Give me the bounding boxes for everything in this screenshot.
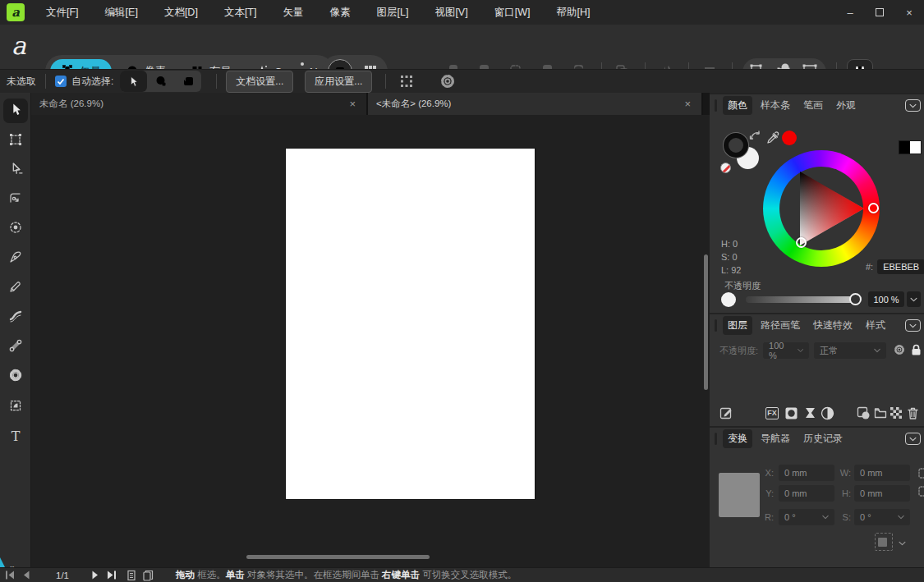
text-tool[interactable]: T <box>3 424 28 448</box>
layer-opacity-dropdown[interactable]: 100 % <box>763 342 809 359</box>
pencil-tool[interactable] <box>3 275 28 300</box>
opacity-slider[interactable] <box>746 296 856 303</box>
edit-all-layers-icon[interactable] <box>718 405 734 421</box>
first-page-icon[interactable] <box>2 569 18 582</box>
pen-tool[interactable] <box>3 245 28 270</box>
anchor-selector[interactable] <box>721 475 757 515</box>
tab-quick-fx[interactable]: 快速特效 <box>808 316 857 335</box>
no-color-swatch[interactable] <box>720 163 731 173</box>
opacity-slider-knob[interactable] <box>849 293 862 305</box>
swap-colors-icon[interactable] <box>749 131 762 144</box>
menu-vector[interactable]: 矢量 <box>279 4 306 21</box>
eyedropper-icon[interactable] <box>765 131 780 148</box>
move-tool[interactable] <box>3 99 28 123</box>
artboard-tool[interactable] <box>3 128 28 153</box>
tab-layers[interactable]: 图层 <box>723 316 752 335</box>
saturation-triangle[interactable] <box>763 150 880 267</box>
mask-layer-icon[interactable] <box>783 405 799 421</box>
lock-icon[interactable] <box>911 344 922 358</box>
transform-origin-chevron-icon[interactable] <box>899 537 906 548</box>
opacity-value-dropdown[interactable]: 100 % <box>868 291 904 307</box>
select-ellipse-mode-icon[interactable] <box>147 71 174 92</box>
w-input[interactable]: 0 mm <box>854 465 910 481</box>
tab-navigator[interactable]: 导航器 <box>756 429 795 448</box>
transform-origin-icon[interactable] <box>875 533 893 551</box>
rotation-dropdown[interactable]: 0 ° <box>779 509 834 525</box>
hex-input[interactable]: EBEBEB <box>877 259 924 274</box>
canvas-viewport[interactable] <box>31 115 710 567</box>
menu-pixel[interactable]: 像素 <box>326 4 353 21</box>
hue-selector[interactable] <box>868 203 879 213</box>
menu-file[interactable]: 文件[F] <box>43 4 82 21</box>
tab-color[interactable]: 颜色 <box>723 96 752 115</box>
single-page-view-icon[interactable] <box>123 569 140 582</box>
panel-options-chevron-icon[interactable] <box>905 433 921 445</box>
node-tool[interactable] <box>3 158 28 182</box>
document-tab-2[interactable]: <未命名> (26.9%) × <box>368 93 703 115</box>
layer-effects-icon[interactable]: FX <box>764 405 780 421</box>
close-tab-icon[interactable]: × <box>682 98 693 110</box>
minimize-button[interactable]: – <box>835 0 865 25</box>
vector-brush-tool[interactable] <box>3 305 28 329</box>
menu-document[interactable]: 文档[D] <box>161 4 201 21</box>
fill-color-swatch[interactable] <box>724 133 748 158</box>
picked-color-swatch[interactable] <box>782 131 797 145</box>
shear-dropdown[interactable]: 0 ° <box>854 509 910 525</box>
y-input[interactable]: 0 mm <box>779 485 834 502</box>
adjustment-layer-icon[interactable] <box>802 405 818 421</box>
shape-cog-tool[interactable] <box>3 364 28 388</box>
margins-grid-icon[interactable] <box>395 70 418 93</box>
default-colors-swatch[interactable] <box>899 140 922 154</box>
select-rect-mode-icon[interactable] <box>174 71 201 92</box>
select-cursor-mode-icon[interactable] <box>120 71 147 92</box>
color-wheel[interactable] <box>763 150 880 267</box>
next-page-icon[interactable] <box>87 569 103 582</box>
fill-gradient-tool[interactable] <box>3 334 28 359</box>
close-button[interactable]: × <box>894 0 924 25</box>
vector-crop-tool[interactable] <box>3 394 28 419</box>
x-input[interactable]: 0 mm <box>779 465 834 481</box>
delete-layer-icon[interactable] <box>904 405 921 421</box>
tab-appearance[interactable]: 外观 <box>831 96 861 115</box>
new-group-icon[interactable] <box>872 405 889 421</box>
new-layer-icon[interactable] <box>855 405 871 421</box>
panel-options-chevron-icon[interactable] <box>905 99 921 112</box>
panel-drag-handle[interactable] <box>715 319 717 332</box>
horizontal-scrollbar[interactable] <box>246 555 430 559</box>
menu-view[interactable]: 视图[V] <box>431 4 471 21</box>
blend-gear-icon[interactable] <box>893 343 906 358</box>
document-settings-button[interactable]: 文档设置... <box>226 71 293 93</box>
menu-window[interactable]: 窗口[W] <box>491 4 534 21</box>
previous-page-icon[interactable] <box>18 569 34 582</box>
menu-text[interactable]: 文本[T] <box>221 4 260 21</box>
document-tab-1[interactable]: 未命名 (26.9%) × <box>31 93 368 115</box>
close-tab-icon[interactable]: × <box>347 98 358 110</box>
panel-drag-handle[interactable] <box>715 433 717 445</box>
tab-transform[interactable]: 变换 <box>723 429 752 448</box>
tab-stroke[interactable]: 笔画 <box>798 96 828 115</box>
new-pixel-layer-icon[interactable] <box>888 405 904 421</box>
tab-styles[interactable]: 样式 <box>861 316 890 335</box>
panel-options-chevron-icon[interactable] <box>905 319 921 332</box>
shear-mode-icon[interactable] <box>917 467 924 502</box>
menu-edit[interactable]: 编辑[E] <box>102 4 141 21</box>
last-page-icon[interactable] <box>103 569 120 582</box>
menu-layer[interactable]: 图层[L] <box>373 4 411 21</box>
auto-select-checkbox[interactable] <box>55 76 67 87</box>
vertical-scrollbar[interactable] <box>704 254 708 390</box>
tab-history[interactable]: 历史记录 <box>798 429 848 448</box>
corner-tool[interactable] <box>3 186 28 211</box>
h-input[interactable]: 0 mm <box>854 485 910 502</box>
menu-help[interactable]: 帮助[H] <box>553 4 593 21</box>
document-page[interactable] <box>286 149 535 499</box>
maximize-button[interactable] <box>865 0 894 25</box>
blend-mode-dropdown[interactable]: 正常 <box>814 342 886 359</box>
triangle-selector[interactable] <box>796 237 807 248</box>
gear-icon[interactable] <box>436 70 459 93</box>
tab-swatches[interactable]: 样本条 <box>756 96 795 115</box>
facing-pages-view-icon[interactable] <box>140 569 156 582</box>
tab-path-brush[interactable]: 路径画笔 <box>756 316 805 335</box>
panel-drag-handle[interactable] <box>715 99 717 112</box>
opacity-chevron-icon[interactable] <box>907 291 921 307</box>
app-settings-button[interactable]: 应用设置... <box>305 71 372 93</box>
